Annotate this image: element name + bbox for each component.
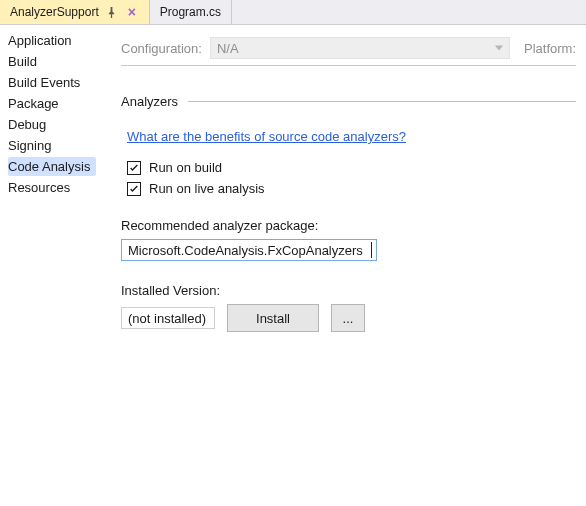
configuration-select[interactable]: N/A bbox=[210, 37, 510, 59]
browse-package-button[interactable]: ... bbox=[331, 304, 365, 332]
sidebar-item-resources[interactable]: Resources bbox=[8, 178, 107, 197]
sidebar-item-build-events[interactable]: Build Events bbox=[8, 73, 107, 92]
sidebar-item-application[interactable]: Application bbox=[8, 31, 107, 50]
install-button[interactable]: Install bbox=[227, 304, 319, 332]
installed-version-value: (not installed) bbox=[121, 307, 215, 329]
analyzers-heading: Analyzers bbox=[121, 94, 178, 109]
configuration-value: N/A bbox=[217, 41, 239, 56]
platform-label: Platform: bbox=[524, 41, 576, 56]
run-on-live-checkbox[interactable] bbox=[127, 182, 141, 196]
sidebar-item-build[interactable]: Build bbox=[8, 52, 107, 71]
pin-icon[interactable] bbox=[105, 5, 119, 19]
divider bbox=[188, 101, 576, 102]
configuration-label: Configuration: bbox=[121, 41, 202, 56]
benefits-link[interactable]: What are the benefits of source code ana… bbox=[127, 129, 406, 144]
recommended-package-label: Recommended analyzer package: bbox=[121, 218, 576, 233]
installed-version-label: Installed Version: bbox=[121, 283, 576, 298]
code-analysis-panel: Configuration: N/A Platform: Analyzers W… bbox=[107, 25, 586, 506]
tab-label: AnalyzerSupport bbox=[10, 5, 99, 19]
tab-bar: AnalyzerSupport × Program.cs bbox=[0, 0, 586, 25]
tab-analyzer-support[interactable]: AnalyzerSupport × bbox=[0, 0, 150, 24]
sidebar-item-package[interactable]: Package bbox=[8, 94, 107, 113]
sidebar-item-debug[interactable]: Debug bbox=[8, 115, 107, 134]
close-icon[interactable]: × bbox=[125, 5, 139, 19]
recommended-package-value: Microsoft.CodeAnalysis.FxCopAnalyzers bbox=[128, 243, 363, 258]
sidebar-item-signing[interactable]: Signing bbox=[8, 136, 107, 155]
divider bbox=[121, 65, 576, 66]
tab-program-cs[interactable]: Program.cs bbox=[150, 0, 232, 24]
project-properties-sidebar: Application Build Build Events Package D… bbox=[0, 25, 107, 506]
run-on-live-label: Run on live analysis bbox=[149, 181, 265, 196]
text-caret bbox=[371, 242, 372, 258]
run-on-build-checkbox[interactable] bbox=[127, 161, 141, 175]
recommended-package-input[interactable]: Microsoft.CodeAnalysis.FxCopAnalyzers bbox=[121, 239, 377, 261]
sidebar-item-code-analysis[interactable]: Code Analysis bbox=[8, 157, 96, 176]
run-on-build-label: Run on build bbox=[149, 160, 222, 175]
tab-label: Program.cs bbox=[160, 5, 221, 19]
